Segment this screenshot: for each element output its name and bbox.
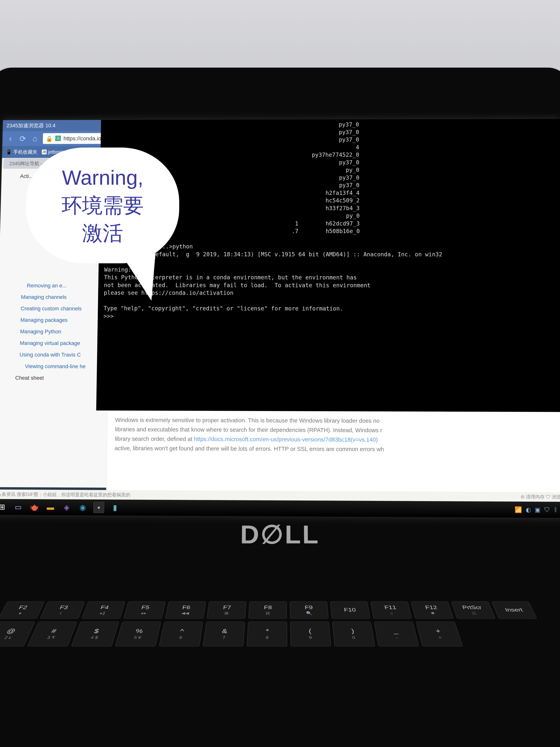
home-button[interactable]: ⌂ [31, 134, 39, 143]
app-icon-2[interactable]: ▮ [109, 502, 121, 513]
key: F2● [0, 601, 45, 619]
sidebar-item[interactable]: Creating custom channels [0, 303, 109, 314]
key: F7⊞ [207, 601, 246, 619]
key: F11☼ [370, 601, 412, 619]
shield-icon: 🅰 [55, 135, 61, 142]
key: *8 [247, 621, 287, 646]
annotation-bubble: Warning, 环境需要 激活 [26, 148, 190, 301]
bubble-line: 环境需要 [61, 191, 144, 220]
sidebar-item[interactable]: Cheat sheet [0, 372, 108, 384]
key: F8⊟ [248, 601, 287, 619]
key: %5 € [115, 621, 161, 646]
key: _- [374, 621, 419, 646]
key: PrtScr⌸ [451, 601, 496, 619]
visual-studio-icon[interactable]: ◈ [61, 502, 72, 513]
bluetooth-icon[interactable]: ᛒ [554, 506, 558, 513]
refresh-button[interactable]: ⟳ [18, 134, 27, 143]
sidebar-item[interactable]: Using conda with Travis C [0, 349, 108, 361]
key: F4▸∥ [81, 601, 126, 619]
sublime-icon[interactable]: ▬ [45, 501, 56, 513]
status-right: ⊘ 清理内存 🛡 浏览器 [521, 494, 560, 500]
start-button[interactable]: ⊞ [0, 501, 8, 513]
system-tray[interactable]: 📶 ◐ ▣ 🛡 ᛒ ✦ [515, 506, 560, 513]
number-row: @2 ε#3 ₹$4 $%5 €^6&7*8(9)0_-+= [0, 621, 560, 646]
app-icon[interactable]: 🫖 [29, 501, 40, 513]
key: F9🔍 [290, 601, 329, 619]
key: F6◀◀ [165, 601, 206, 619]
sidebar-item[interactable]: Managing virtual package [0, 337, 109, 349]
key: &7 [203, 621, 245, 646]
tray-icon[interactable]: ◐ [526, 506, 531, 513]
back-button[interactable]: ‹ [6, 134, 15, 143]
sidebar-item[interactable]: Managing Python [0, 326, 109, 338]
key: #3 ₹ [27, 621, 77, 646]
key: F12✱ [411, 601, 454, 619]
dell-logo: D∅LL [240, 519, 320, 549]
taskview-icon[interactable]: ▭ [13, 501, 24, 513]
key: )0 [332, 621, 375, 646]
keyboard: F2●F3☾F4▸∥F5▸▸F6◀◀F7⊞F8⊟F9🔍F10F11☼F12✱Pr… [0, 601, 560, 724]
bubble-line: 激活 [82, 219, 123, 247]
doc-paragraph: Windows is extremely sensitive to proper… [115, 415, 560, 455]
key: $4 $ [71, 621, 119, 646]
edge-icon[interactable]: ◉ [77, 502, 88, 513]
browser-title: 2345加速浏览器 10.4 [6, 122, 56, 129]
wifi-icon[interactable]: 📶 [515, 506, 522, 513]
fn-row: F2●F3☾F4▸∥F5▸▸F6◀◀F7⊞F8⊟F9🔍F10F11☼F12✱Pr… [0, 601, 560, 619]
bubble-tail [124, 248, 171, 305]
windows-taskbar: ⊞ ▭ 🫖 ▬ ◈ ◉ ▪ ▮ 📶 ◐ ▣ 🛡 ᛒ ✦ [0, 499, 560, 518]
bubble-line: Warning, [62, 164, 143, 191]
doc-link[interactable]: https://docs.microsoft.com/en-us/previou… [194, 436, 378, 443]
key: F3☾ [40, 601, 85, 619]
bubble-body: Warning, 环境需要 激活 [26, 148, 179, 263]
key: F10 [330, 601, 370, 619]
status-left: 头条资讯 搜索GIF图：小姐姐，你这明显是吃着盆里的想着锅里的 [0, 491, 130, 498]
sidebar-item[interactable]: Managing packages [0, 314, 109, 326]
key: += [416, 621, 463, 646]
cmd-icon[interactable]: ▪ [93, 502, 104, 513]
tray-icon[interactable]: ▣ [535, 506, 540, 513]
key: ^6 [159, 621, 203, 646]
key: (9 [290, 621, 331, 646]
sidebar-item[interactable]: Viewing command-line he [0, 360, 108, 372]
key: Insert [491, 601, 537, 619]
lock-icon: 🔒 [46, 135, 53, 142]
shield-tray-icon[interactable]: 🛡 [544, 506, 550, 513]
key: F5▸▸ [123, 601, 166, 619]
